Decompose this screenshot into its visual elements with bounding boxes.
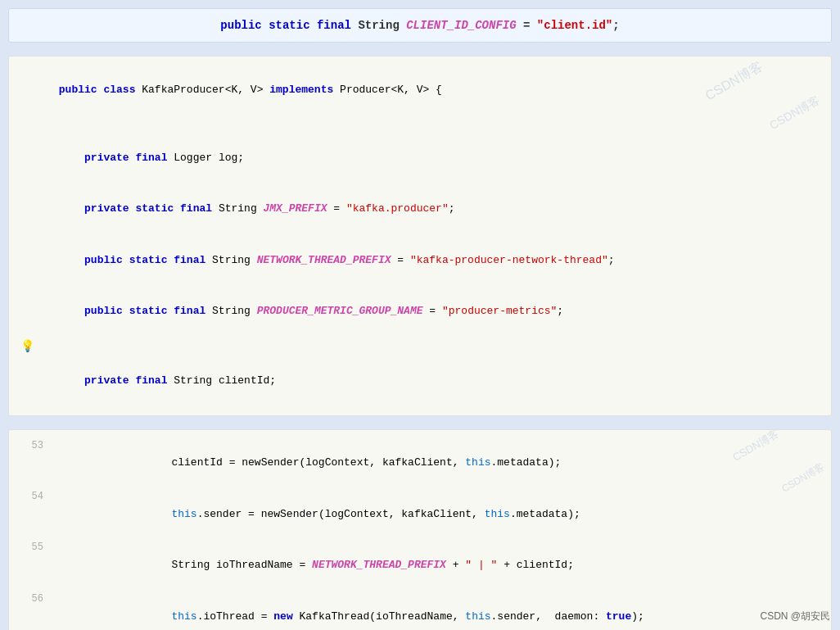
str: "kafka-producer-network-thread" (410, 254, 608, 266)
type: String (171, 559, 216, 571)
code-line-bulb: 💡 (20, 338, 820, 356)
code-line-55: 55 String ioThreadName = NETWORK_THREAD_… (20, 540, 820, 591)
code-block-1: CSDN博客 CSDN博客 public class KafkaProducer… (8, 56, 832, 416)
line-number: 53 (20, 438, 43, 454)
kw: private (84, 374, 135, 387)
kw: implements (269, 84, 340, 96)
str: "kafka.producer" (346, 202, 449, 215)
str: "producer-metrics" (442, 305, 557, 317)
this-kw: this (465, 456, 490, 469)
code: .metadata); (491, 456, 562, 469)
code-line-56: 56 this.ioThread = new KafkaThread(ioThr… (20, 591, 820, 630)
kw: static (135, 202, 180, 215)
bulb-icon: 💡 (20, 338, 34, 356)
code: clientId = newSender(logContext, kafkaCl… (171, 456, 465, 469)
const: NETWORK_THREAD_PREFIX (257, 254, 391, 266)
code-line (20, 116, 820, 133)
string-value: "client.id" (537, 19, 612, 32)
line-content: public static final String PRODUCER_METR… (20, 286, 820, 337)
code-line: public class KafkaProducer<K, V> impleme… (20, 65, 820, 116)
equals: = (517, 19, 537, 32)
line-number: 56 (20, 591, 43, 607)
line-content: private final Logger log; (20, 133, 820, 184)
csdn-credit: CSDN @胡安民 (760, 610, 830, 623)
code-line: public static final String PRODUCER_METR… (20, 286, 820, 337)
keyword-final: final (317, 19, 358, 32)
line-content: public static final String NETWORK_THREA… (20, 235, 820, 286)
varname: log; (219, 152, 244, 164)
const: PRODUCER_METRIC_GROUP_NAME (257, 305, 423, 317)
line-number: 55 (20, 540, 43, 555)
line-content: public class KafkaProducer<K, V> impleme… (20, 65, 820, 116)
kw: public (84, 305, 129, 317)
kw: private (84, 152, 135, 164)
code-block-2: CSDN博客 CSDN博客 53 clientId = newSender(lo… (8, 429, 832, 630)
kw: static (129, 254, 174, 266)
type: Logger (174, 152, 219, 164)
code-line: private final String clientId; (20, 356, 820, 406)
kw: static (129, 305, 174, 317)
code-line: public static final String NETWORK_THREA… (20, 235, 820, 286)
line-content: private static final String JMX_PREFIX =… (20, 184, 820, 235)
const: JMX_PREFIX (263, 202, 327, 215)
line-content (38, 338, 820, 355)
classname: KafkaProducer<K, V> (142, 84, 269, 96)
line-content: private final String clientId; (20, 356, 820, 406)
semicolon: ; (612, 19, 619, 32)
line-content: this.ioThread = new KafkaThread(ioThread… (56, 591, 820, 630)
code-line: private static final String JMX_PREFIX =… (20, 184, 820, 235)
const: NETWORK_THREAD_PREFIX (312, 559, 446, 571)
varname: clientId; (219, 374, 276, 387)
interface: Producer<K, V> { (340, 84, 442, 96)
kw: public (84, 254, 129, 266)
type-string: String (358, 19, 406, 32)
keyword-static: static (269, 19, 317, 32)
kw: final (135, 374, 174, 387)
kw: final (135, 152, 174, 164)
type: String (212, 305, 257, 317)
kw: public (59, 84, 104, 96)
type: String (219, 202, 264, 215)
type: String (174, 374, 219, 387)
code-line-53: 53 clientId = newSender(logContext, kafk… (20, 438, 820, 489)
const-name: CLIENT_ID_CONFIG (406, 19, 516, 32)
kw: class (103, 84, 142, 96)
code-line-54: 54 this.sender = newSender(logContext, k… (20, 489, 820, 540)
line-content (20, 116, 820, 133)
keyword-public: public (220, 19, 269, 32)
kw: private (84, 202, 135, 215)
code-line: private final Logger log; (20, 133, 820, 184)
this-kw: this (171, 508, 196, 520)
code-block-0: public static final String CLIENT_ID_CON… (8, 8, 832, 43)
code-line-content: public static final String CLIENT_ID_CON… (220, 19, 619, 32)
line-content: clientId = newSender(logContext, kafkaCl… (56, 438, 820, 489)
type: String (212, 254, 257, 266)
line-content: String ioThreadName = NETWORK_THREAD_PRE… (56, 540, 820, 591)
line-number: 54 (20, 489, 43, 505)
kw: final (174, 305, 212, 317)
line-content: this.sender = newSender(logContext, kafk… (56, 489, 820, 540)
kw: final (174, 254, 212, 266)
kw: final (180, 202, 219, 215)
